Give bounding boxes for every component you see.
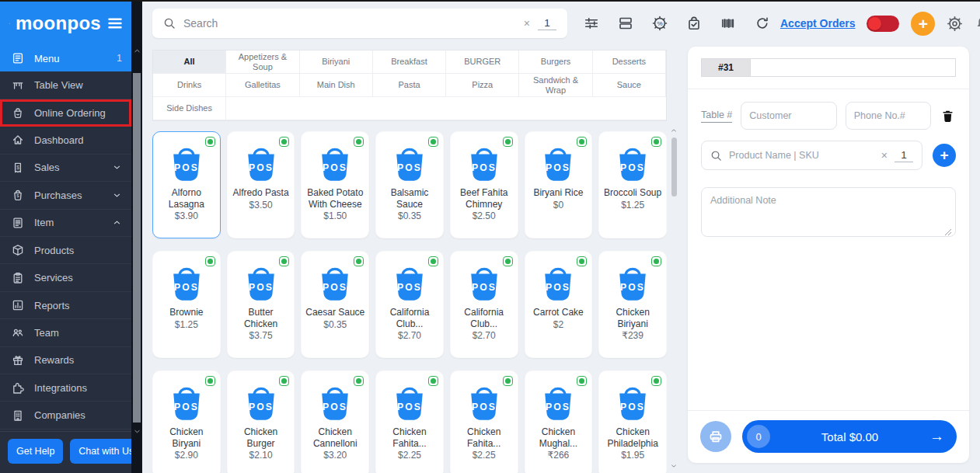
sidebar-item-team[interactable]: Team	[0, 319, 131, 346]
product-card-broccoli-soup[interactable]: POS Broccoli Soup $1.25	[598, 131, 667, 238]
product-card-chicken-biriyani[interactable]: POS Chicken Biriyani ₹239	[598, 251, 667, 358]
product-scrollbar-thumb[interactable]	[671, 137, 677, 197]
product-card-balsamic-sauce[interactable]: POS Balsamic Sauce $0.35	[375, 131, 444, 238]
category-tab-galletitas[interactable]: Galletitas	[226, 74, 299, 97]
product-card-alforno-lasagna[interactable]: POS Alforno Lasagna $3.90	[152, 131, 221, 238]
sidebar-item-dashboard[interactable]: Dashboard	[0, 127, 131, 154]
puzzle-icon	[12, 381, 24, 394]
scroll-up-icon[interactable]	[669, 127, 678, 134]
sidebar-item-companies[interactable]: Companies	[0, 402, 131, 429]
sidebar-item-reports[interactable]: Reports	[0, 292, 131, 319]
bag-check-icon[interactable]	[686, 16, 702, 31]
svg-text:POS: POS	[620, 162, 645, 173]
barcode-icon[interactable]	[720, 16, 736, 31]
product-card-chicken-fahita-[interactable]: POS Chicken Fahita... $2.25	[450, 370, 518, 473]
scroll-down-icon[interactable]	[669, 462, 678, 470]
sidebar-item-purchases[interactable]: $ Purchases	[0, 182, 131, 209]
category-tab-sandwich-wrap[interactable]: Sandwich & Wrap	[519, 74, 592, 97]
category-tab-side-dishes[interactable]: Side Dishes	[153, 97, 226, 120]
product-card-chicken-cannelloni[interactable]: POS Chicken Cannelloni $3.20	[301, 370, 369, 473]
product-card-chicken-fahita-[interactable]: POS Chicken Fahita... $2.25	[375, 370, 444, 473]
sidebar-item-menu[interactable]: Menu 1	[0, 45, 131, 71]
accept-orders-link[interactable]: Accept Orders	[780, 17, 855, 30]
category-tab-burger[interactable]: BURGER	[446, 50, 519, 74]
product-card-baked-potato-with-cheese[interactable]: POS Baked Potato With Cheese $1.50	[301, 131, 369, 238]
product-card-beef-fahita-chimney[interactable]: POS Beef Fahita Chimney $2.50	[450, 131, 518, 238]
category-tab-breakfast[interactable]: Breakfast	[373, 50, 446, 74]
product-card-caesar-sauce[interactable]: POS Caesar Sauce $0.35	[301, 251, 369, 358]
add-new-button[interactable]: +	[911, 12, 935, 36]
scroll-up-icon[interactable]	[131, 47, 142, 55]
pos-bag-icon: POS	[535, 141, 581, 183]
toolbar-icons: %	[584, 16, 770, 31]
category-tab-main-dish[interactable]: Main Dish	[300, 74, 373, 97]
sidebar-item-item[interactable]: Item	[0, 210, 131, 237]
product-name: Carrot Cake	[533, 307, 584, 318]
order-tab-31[interactable]: #31	[702, 59, 751, 76]
product-card-biryani-rice[interactable]: POS Biryani Rice $0	[525, 131, 593, 238]
product-card-alfredo-pasta[interactable]: POS Alfredo Pasta $3.50	[227, 131, 295, 238]
hamburger-menu-icon[interactable]	[106, 15, 124, 32]
sidebar-item-table-view[interactable]: Table View	[0, 71, 131, 99]
menu-icon	[12, 52, 24, 64]
product-card-california-club-[interactable]: POS California Club... $2.70	[375, 251, 444, 358]
trash-icon	[940, 109, 955, 123]
get-help-button[interactable]: Get Help	[8, 439, 63, 464]
sidebar-item-services[interactable]: Services	[0, 264, 131, 291]
product-grid-scrollbar[interactable]	[669, 127, 678, 473]
pos-bag-icon: POS	[239, 141, 284, 183]
note-wrap	[701, 187, 956, 237]
phone-field[interactable]	[846, 102, 931, 130]
customer-field[interactable]	[741, 102, 836, 130]
product-card-chicken-philadelphia[interactable]: POS Chicken Philadelphia $1.95	[598, 370, 667, 473]
product-card-butter-chicken[interactable]: POS Butter Chicken $3.75	[227, 251, 295, 358]
gear-percent-icon[interactable]: %	[652, 16, 668, 31]
additional-note-input[interactable]	[701, 187, 956, 237]
svg-text:POS: POS	[546, 402, 571, 412]
product-card-brownie[interactable]: POS Brownie $1.25	[152, 251, 221, 358]
category-tab-drinks[interactable]: Drinks	[153, 74, 226, 97]
sidebar-scrollbar-thumb[interactable]	[133, 73, 141, 423]
spacer	[701, 237, 956, 410]
notifications-bell-icon[interactable]	[975, 16, 980, 32]
product-sku-input[interactable]	[729, 150, 874, 161]
category-tab-all[interactable]: All	[153, 50, 226, 74]
sidebar-item-rewards[interactable]: Rewards	[0, 347, 131, 374]
category-tab-appetizers-soup[interactable]: Appetizers & Soup	[226, 50, 299, 74]
category-tab-biriyani[interactable]: Biriyani	[300, 50, 373, 74]
product-card-carrot-cake[interactable]: POS Carrot Cake $2	[525, 251, 593, 358]
category-tab-pizza[interactable]: Pizza	[446, 74, 519, 97]
accept-orders-toggle[interactable]	[867, 16, 899, 32]
layout-rows-icon[interactable]	[618, 16, 633, 31]
sidebar-item-integrations[interactable]: Integrations	[0, 374, 131, 402]
add-line-item-button[interactable]: +	[933, 144, 956, 167]
sidebar-item-products[interactable]: Products	[0, 237, 131, 264]
delete-order-button[interactable]	[940, 109, 956, 123]
settings-gear-icon[interactable]	[947, 16, 963, 32]
product-card-chicken-mughal-[interactable]: POS Chicken Mughal... ₹266	[525, 370, 593, 473]
product-card-chicken-biryani[interactable]: POS Chicken Biryani $2.90	[152, 370, 221, 473]
product-card-california-club-[interactable]: POS California Club... $2.70	[450, 251, 518, 358]
line-quantity-input[interactable]: 1	[895, 149, 913, 162]
product-grid: POS Alforno Lasagna $3.90 POS Alfredo Pa…	[152, 131, 667, 473]
product-card-chicken-burger[interactable]: POS Chicken Burger $2.10	[227, 370, 295, 473]
sidebar-item-sales[interactable]: $ Sales	[0, 155, 131, 182]
category-tab-desserts[interactable]: Desserts	[593, 50, 666, 74]
main-area: × 1 % Accept Orders + M AllAppetizers & …	[142, 2, 980, 473]
print-button[interactable]	[700, 421, 731, 452]
sliders-icon[interactable]	[584, 16, 599, 31]
table-number-link[interactable]: Table #	[701, 110, 732, 123]
search-input[interactable]	[183, 17, 516, 30]
category-tab-sauce[interactable]: Sauce	[593, 74, 666, 97]
sidebar-scrollbar[interactable]	[131, 2, 142, 473]
category-tab-burgers[interactable]: Burgers	[519, 50, 592, 74]
category-tab-pasta[interactable]: Pasta	[373, 74, 446, 97]
scroll-down-icon[interactable]	[131, 427, 142, 436]
checkout-total-button[interactable]: 0 Total $0.00 →	[742, 420, 957, 453]
sidebar-item-online-ordering[interactable]: Online Ordering	[0, 99, 131, 127]
refresh-icon[interactable]	[755, 16, 770, 31]
svg-text:POS: POS	[174, 282, 199, 293]
product-name: Chicken Biryani	[156, 426, 217, 449]
order-name-input[interactable]	[751, 59, 955, 76]
quantity-input[interactable]: 1	[538, 17, 556, 30]
